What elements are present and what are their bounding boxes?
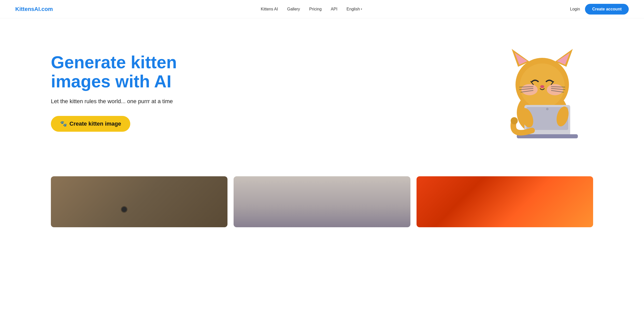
svg-point-8 [547, 84, 563, 95]
svg-point-7 [521, 84, 538, 95]
chevron-down-icon: ▾ [361, 8, 362, 10]
gallery-card-3 [417, 176, 593, 227]
hero-title: Generate kitten images with AI [51, 53, 204, 91]
create-account-button[interactable]: Create account [585, 4, 629, 15]
hero-title-line2: images with AI [51, 72, 171, 91]
create-kitten-image-button[interactable]: 🐾 Create kitten image [51, 116, 130, 132]
hero-subtitle: Let the kitten rules the world... one pu… [51, 98, 204, 105]
nav-links: Kittens AI Gallery Pricing API English ▾ [261, 7, 362, 11]
hero-title-line1: Generate kitten [51, 52, 177, 72]
nav-link-kittens-ai[interactable]: Kittens AI [261, 7, 278, 11]
language-selector[interactable]: English ▾ [347, 7, 362, 11]
hero-section: Generate kitten images with AI Let the k… [0, 18, 644, 166]
hero-illustration [491, 44, 593, 141]
svg-point-9 [540, 85, 544, 88]
cta-label: Create kitten image [69, 121, 121, 127]
gallery-card-2 [234, 176, 410, 227]
gallery-card-1 [51, 176, 227, 227]
nav-link-pricing[interactable]: Pricing [309, 7, 322, 11]
paw-icon: 🐾 [60, 121, 67, 127]
language-label: English [347, 7, 360, 11]
svg-point-22 [511, 117, 518, 124]
nav-link-gallery[interactable]: Gallery [287, 7, 300, 11]
gallery-section [0, 166, 644, 227]
svg-point-18 [546, 108, 549, 110]
cat-image [494, 44, 591, 141]
login-button[interactable]: Login [570, 7, 580, 11]
hero-text: Generate kitten images with AI Let the k… [51, 53, 204, 132]
nav-link-api[interactable]: API [331, 7, 337, 11]
logo[interactable]: KittensAI.com [15, 6, 53, 12]
nav-actions: Login Create account [570, 4, 629, 15]
navbar: KittensAI.com Kittens AI Gallery Pricing… [0, 0, 644, 18]
